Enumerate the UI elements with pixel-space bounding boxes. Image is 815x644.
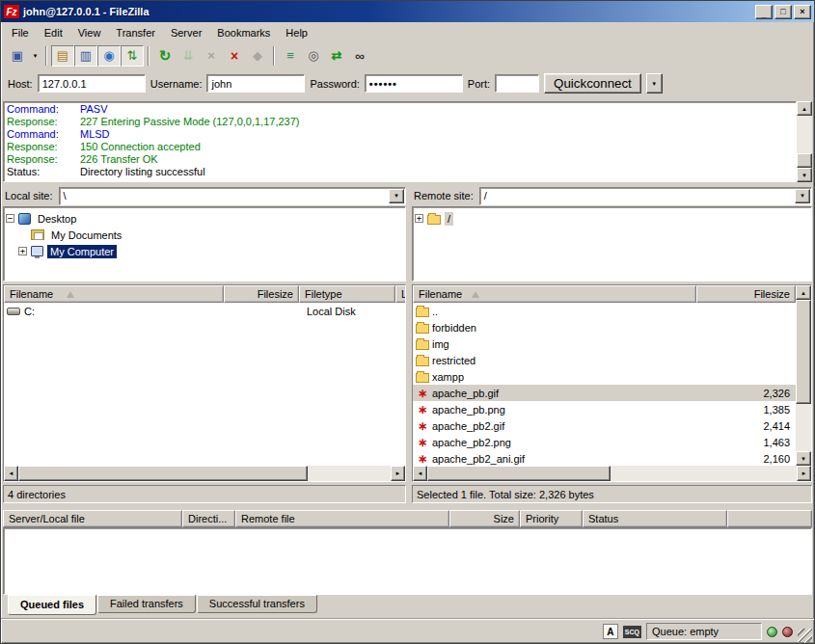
scroll-left-button[interactable]	[413, 466, 427, 481]
site-manager-button[interactable]: ▣	[6, 45, 29, 67]
local-list-body[interactable]: C: Local Disk	[4, 303, 405, 466]
menu-view[interactable]: View	[70, 25, 109, 40]
table-row[interactable]: forbidden	[413, 319, 796, 335]
password-input[interactable]	[365, 74, 463, 93]
tree-item-root[interactable]: + /	[415, 210, 809, 227]
close-button[interactable]: ×	[794, 5, 811, 19]
scroll-right-button[interactable]	[391, 466, 405, 481]
scroll-up-button[interactable]	[797, 101, 812, 116]
table-row[interactable]: ∗apache_pb2.gif2,414	[413, 417, 796, 434]
remote-vscrollbar[interactable]	[796, 285, 811, 466]
remote-pane: Remote site: / + / Filename	[412, 186, 812, 505]
tab-failed-transfers[interactable]: Failed transfers	[97, 595, 196, 613]
toggle-queue-button[interactable]: ⇅	[121, 45, 144, 67]
remote-site-label: Remote site:	[412, 190, 479, 201]
scroll-thumb[interactable]	[18, 466, 308, 481]
collapse-expander[interactable]: −	[6, 214, 14, 223]
site-manager-dropdown[interactable]: ▼	[29, 45, 41, 67]
scroll-thumb[interactable]	[427, 466, 611, 481]
local-site-combo[interactable]: \	[59, 187, 406, 205]
host-input[interactable]	[38, 74, 146, 93]
tree-item-my-computer[interactable]: + My Computer	[18, 243, 403, 259]
toggle-local-tree-button[interactable]: ▥	[74, 45, 97, 67]
table-row[interactable]: ..	[413, 303, 796, 319]
scroll-up-button[interactable]	[796, 285, 811, 300]
column-size[interactable]: Size	[449, 510, 520, 527]
minimize-button[interactable]: _	[755, 5, 773, 19]
quickconnect-dropdown[interactable]	[646, 73, 663, 94]
tree-item-my-documents[interactable]: My Documents	[31, 227, 403, 243]
remote-site-dropdown[interactable]	[795, 189, 810, 203]
process-queue-button[interactable]: ⇊	[177, 45, 200, 67]
resize-grip[interactable]	[798, 629, 812, 643]
scroll-thumb[interactable]	[796, 300, 811, 404]
table-row[interactable]: restricted	[413, 352, 796, 368]
column-filetype[interactable]: Filetype	[299, 285, 395, 303]
table-row[interactable]: img	[413, 335, 796, 352]
tab-queued-files[interactable]: Queued files	[8, 595, 96, 615]
queue-list[interactable]	[3, 527, 812, 595]
menu-server[interactable]: Server	[163, 25, 209, 40]
synchronized-browsing-button[interactable]: ⇄	[325, 45, 348, 67]
column-filesize[interactable]: Filesize	[696, 285, 796, 303]
cancel-operation-button[interactable]: ◆	[246, 45, 269, 67]
username-input[interactable]	[206, 74, 305, 93]
table-row[interactable]: C: Local Disk	[4, 303, 405, 319]
menu-file[interactable]: File	[4, 25, 37, 40]
local-tree[interactable]: − Desktop My Documents + My Computer	[3, 206, 406, 282]
maximize-button[interactable]: □	[774, 5, 792, 19]
column-status[interactable]: Status	[583, 510, 727, 527]
scroll-right-button[interactable]	[797, 466, 811, 481]
column-server-local-file[interactable]: Server/Local file	[3, 510, 182, 527]
column-direction[interactable]: Directi...	[182, 510, 235, 527]
expand-expander[interactable]: +	[18, 247, 27, 255]
column-filesize[interactable]: Filesize	[224, 285, 299, 303]
local-site-dropdown[interactable]	[389, 189, 404, 203]
refresh-button[interactable]: ↻	[153, 45, 177, 67]
title-bar[interactable]: Fz john@127.0.0.1 - FileZilla _ □ ×	[1, 1, 814, 22]
menu-bookmarks[interactable]: Bookmarks	[209, 25, 278, 40]
scroll-thumb[interactable]	[797, 153, 812, 168]
menu-edit[interactable]: Edit	[37, 25, 70, 40]
tree-label[interactable]: My Documents	[48, 228, 124, 242]
log-scrollbar[interactable]	[797, 101, 812, 182]
message-log-text[interactable]: Command:PASV Response:227 Entering Passi…	[3, 101, 797, 182]
table-row-selected[interactable]: ∗apache_pb.gif2,326	[413, 385, 796, 401]
column-filename[interactable]: Filename	[413, 285, 696, 303]
scroll-left-button[interactable]	[4, 466, 18, 481]
cancel-button[interactable]: ×	[200, 45, 223, 67]
column-filename[interactable]: Filename	[4, 285, 224, 303]
tree-label[interactable]: /	[445, 212, 453, 226]
find-files-button[interactable]: ∞	[348, 45, 371, 67]
port-input[interactable]	[495, 74, 539, 93]
directory-comparison-button[interactable]: ◎	[302, 45, 325, 67]
remote-site-bar: Remote site: /	[412, 186, 812, 205]
speed-limits-icon[interactable]: SCQ	[623, 626, 641, 638]
toggle-log-button[interactable]: ▤	[51, 45, 74, 67]
table-row[interactable]: ∗apache_pb2.png1,463	[413, 434, 796, 450]
disconnect-button[interactable]: ×	[223, 45, 246, 67]
tree-item-desktop[interactable]: − Desktop	[6, 210, 403, 227]
table-row[interactable]: ∗apache_pb2_ani.gif2,160	[413, 450, 796, 466]
ascii-datatype-icon[interactable]: A	[603, 624, 618, 639]
scroll-down-button[interactable]	[796, 451, 811, 466]
column-priority[interactable]: Priority	[520, 510, 583, 527]
toggle-remote-tree-button[interactable]: ◉	[97, 45, 121, 67]
tree-label-selected[interactable]: My Computer	[47, 245, 117, 258]
local-hscrollbar[interactable]	[4, 466, 405, 481]
filter-button[interactable]: ≡	[279, 45, 302, 67]
menu-help[interactable]: Help	[278, 25, 315, 40]
remote-hscrollbar[interactable]	[413, 466, 811, 481]
remote-tree[interactable]: + /	[412, 206, 812, 282]
table-row[interactable]: ∗apache_pb.png1,385	[413, 401, 796, 417]
expand-expander[interactable]: +	[415, 214, 423, 223]
tab-successful-transfers[interactable]: Successful transfers	[197, 595, 317, 613]
menu-transfer[interactable]: Transfer	[108, 25, 163, 40]
column-truncated[interactable]: L	[395, 285, 406, 303]
column-remote-file[interactable]: Remote file	[235, 510, 449, 527]
tree-label[interactable]: Desktop	[35, 212, 79, 226]
scroll-down-button[interactable]	[797, 168, 812, 182]
remote-site-combo[interactable]: /	[479, 187, 812, 205]
table-row[interactable]: xampp	[413, 368, 796, 385]
quickconnect-button[interactable]: Quickconnect	[544, 73, 641, 94]
